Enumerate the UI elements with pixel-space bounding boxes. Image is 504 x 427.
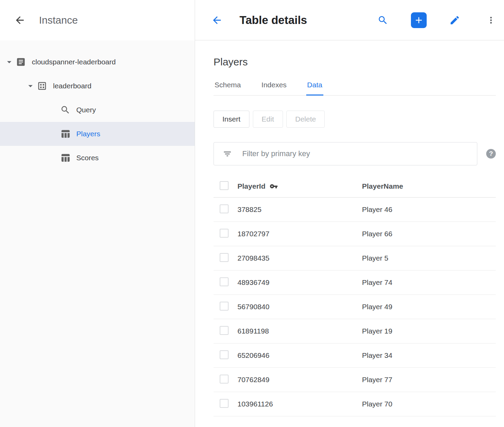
table-body: 378825 Player 46 18702797 Player 66 2709… <box>214 198 496 416</box>
more-options-button[interactable] <box>483 12 499 28</box>
player-id-cell: 27098435 <box>237 254 362 262</box>
app-window: Instance cloudspanner-leaderboard <box>0 0 504 427</box>
edit-button[interactable]: Edit <box>253 111 283 128</box>
player-name-cell: Player 77 <box>362 376 496 384</box>
main-panel: Table details Players Schema <box>195 0 504 427</box>
row-action-bar: Insert Edit Delete <box>214 111 496 128</box>
select-all-checkbox[interactable] <box>220 181 229 190</box>
table-row: 27098435 Player 5 <box>214 246 496 271</box>
arrow-back-icon <box>14 14 26 26</box>
table-icon <box>60 129 70 139</box>
tree-item-label: leaderboard <box>53 82 91 90</box>
search-button[interactable] <box>375 12 391 28</box>
player-id-cell: 378825 <box>237 205 362 214</box>
row-checkbox[interactable] <box>220 277 229 286</box>
tree-item-label: cloudspanner-leaderboard <box>32 58 116 66</box>
table-details-content: Players Schema Indexes Data Insert Edit … <box>195 40 504 427</box>
table-row: 70762849 Player 77 <box>214 368 496 392</box>
table-row: 65206946 Player 34 <box>214 343 496 368</box>
player-name-cell: Player 34 <box>362 351 496 360</box>
data-table: PlayerId PlayerName 378825 Player 46 18 <box>214 175 496 416</box>
row-checkbox[interactable] <box>220 302 229 311</box>
player-id-cell: 18702797 <box>237 230 362 238</box>
help-icon[interactable]: ? <box>486 149 496 159</box>
table-row: 48936749 Player 74 <box>214 271 496 295</box>
header-actions <box>375 12 499 28</box>
pencil-icon <box>449 15 460 26</box>
table-header-row: PlayerId PlayerName <box>214 175 496 198</box>
row-checkbox[interactable] <box>220 399 229 408</box>
player-name-cell: Player 74 <box>362 278 496 287</box>
sidebar-header: Instance <box>0 0 195 40</box>
tree-item-label: Players <box>76 130 100 138</box>
sidebar-title: Instance <box>39 14 78 26</box>
table-row: 378825 Player 46 <box>214 198 496 222</box>
search-icon <box>377 15 388 26</box>
explorer-tree: cloudspanner-leaderboard leaderboard Que… <box>0 40 195 170</box>
tree-item-database[interactable]: leaderboard <box>0 74 195 98</box>
kebab-menu-icon <box>486 15 496 25</box>
filter-input[interactable] <box>242 149 470 158</box>
filter-box[interactable] <box>214 142 477 165</box>
instance-icon <box>16 57 26 67</box>
player-name-cell: Player 70 <box>362 400 496 408</box>
row-checkbox[interactable] <box>220 326 229 335</box>
table-row: 18702797 Player 66 <box>214 222 496 246</box>
tab-data[interactable]: Data <box>306 81 323 95</box>
player-id-cell: 103961126 <box>237 400 362 408</box>
column-header-label: PlayerName <box>362 182 403 190</box>
row-checkbox[interactable] <box>220 350 229 359</box>
row-checkbox[interactable] <box>220 375 229 384</box>
database-icon <box>37 81 47 91</box>
player-name-cell: Player 19 <box>362 327 496 335</box>
column-header-playername: PlayerName <box>362 182 496 190</box>
player-name-cell: Player 49 <box>362 303 496 311</box>
tree-item-scores[interactable]: Scores <box>0 146 195 170</box>
table-row: 61891198 Player 19 <box>214 319 496 343</box>
delete-button[interactable]: Delete <box>286 111 325 128</box>
edit-pencil-button[interactable] <box>447 12 463 28</box>
table-row: 56790840 Player 49 <box>214 295 496 319</box>
player-id-cell: 70762849 <box>237 376 362 384</box>
page-header-title: Table details <box>240 14 307 27</box>
player-name-cell: Player 5 <box>362 254 496 262</box>
caret-down-icon[interactable] <box>3 55 16 68</box>
filter-icon <box>223 149 232 159</box>
row-checkbox[interactable] <box>220 229 229 238</box>
back-button[interactable] <box>209 12 225 28</box>
tree-item-query[interactable]: Query <box>0 98 195 122</box>
table-icon <box>60 153 70 163</box>
tree-item-instance[interactable]: cloudspanner-leaderboard <box>0 50 195 74</box>
tree-item-label: Query <box>76 106 96 114</box>
insert-button[interactable]: Insert <box>214 111 249 128</box>
arrow-back-icon <box>211 14 223 26</box>
tab-schema[interactable]: Schema <box>214 81 242 95</box>
player-name-cell: Player 66 <box>362 230 496 238</box>
tree-item-label: Scores <box>76 154 99 162</box>
table-row: 103961126 Player 70 <box>214 392 496 416</box>
row-checkbox[interactable] <box>220 204 229 213</box>
page-title: Players <box>214 56 496 68</box>
player-id-cell: 48936749 <box>237 278 362 287</box>
back-button[interactable] <box>12 12 28 28</box>
sidebar: Instance cloudspanner-leaderboard <box>0 0 195 427</box>
tab-bar: Schema Indexes Data <box>214 81 496 96</box>
column-header-label: PlayerId <box>237 182 266 190</box>
tab-indexes[interactable]: Indexes <box>260 81 288 95</box>
filter-row: ? <box>214 142 496 165</box>
primary-key-icon <box>270 182 278 190</box>
player-id-cell: 56790840 <box>237 303 362 311</box>
player-name-cell: Player 46 <box>362 205 496 214</box>
player-id-cell: 65206946 <box>237 351 362 360</box>
query-search-icon <box>60 105 70 115</box>
column-header-playerid: PlayerId <box>237 182 362 190</box>
main-header: Table details <box>195 0 504 40</box>
player-id-cell: 61891198 <box>237 327 362 335</box>
plus-icon <box>414 15 424 25</box>
row-checkbox[interactable] <box>220 253 229 262</box>
caret-down-icon[interactable] <box>24 79 37 92</box>
add-button[interactable] <box>411 12 427 28</box>
tree-item-players[interactable]: Players <box>0 122 195 146</box>
